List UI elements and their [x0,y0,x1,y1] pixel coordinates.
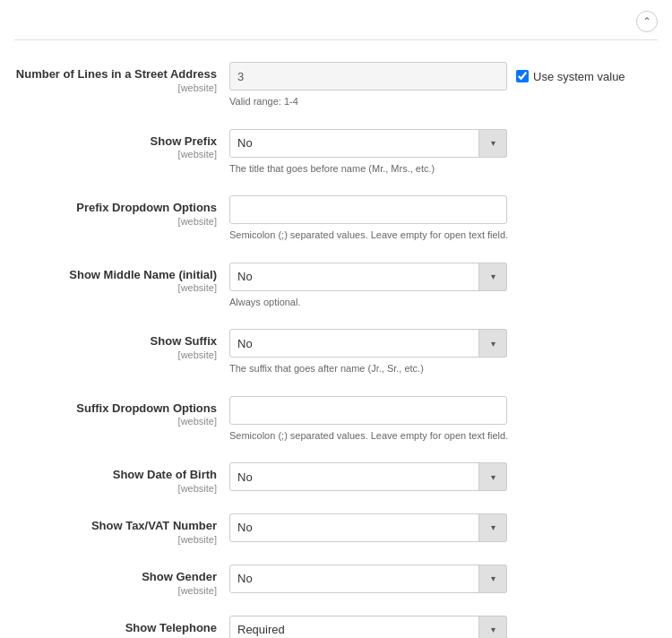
select-show_tax_vat[interactable]: NoYesOptionalRequired [229,513,507,542]
control-col-show_telephone: NoYesOptionalRequired▾ [229,616,658,638]
form-row-suffix_dropdown_options: Suffix Dropdown Options[website]Semicolo… [14,391,658,449]
row-inner-show_prefix: NoYesOptionalRequired▾ [229,129,658,158]
control-col-street_address_lines: Use system valueValid range: 1-4 [229,62,658,109]
field-label-street_address_lines: Number of Lines in a Street Address [14,67,217,82]
control-col-show_suffix: NoYesOptionalRequired▾The suffix that go… [229,329,658,376]
input-suffix_dropdown_options[interactable] [229,396,507,425]
label-col-show_tax_vat: Show Tax/VAT Number[website] [14,513,229,545]
field-sublabel-suffix_dropdown_options: [website] [14,416,217,427]
form-row-show_date_of_birth: Show Date of Birth[website]NoYesOptional… [14,457,658,499]
field-label-show_date_of_birth: Show Date of Birth [14,468,217,483]
row-inner-street_address_lines: Use system value [229,62,658,91]
control-col-suffix_dropdown_options: Semicolon (;) separated values. Leave em… [229,396,658,444]
use-system-value-text: Use system value [533,70,625,83]
field-label-show_prefix: Show Prefix [14,134,217,150]
control-col-show_tax_vat: NoYesOptionalRequired▾ [229,513,658,542]
form-row-show_gender: Show Gender[website]NoYesOptionalRequire… [14,559,658,601]
field-label-show_telephone: Show Telephone [14,621,217,636]
field-label-show_middle_name: Show Middle Name (initial) [14,268,217,283]
hint-show_prefix: The title that goes before name (Mr., Mr… [229,161,658,177]
label-col-show_middle_name: Show Middle Name (initial)[website] [14,263,229,294]
form-row-street_address_lines: Number of Lines in a Street Address[webs… [14,56,658,115]
control-col-show_date_of_birth: NoYesOptionalRequired▾ [229,462,658,491]
select-wrapper-show_date_of_birth: NoYesOptionalRequired▾ [229,462,507,491]
label-col-show_telephone: Show Telephone[website] [14,616,229,638]
input-street_address_lines [229,62,507,91]
field-sublabel-show_date_of_birth: [website] [14,483,217,494]
field-sublabel-show_tax_vat: [website] [14,534,217,545]
input-prefix_dropdown_options[interactable] [229,195,507,224]
select-wrapper-show_suffix: NoYesOptionalRequired▾ [229,329,507,358]
select-wrapper-show_telephone: NoYesOptionalRequired▾ [229,616,507,638]
label-col-suffix_dropdown_options: Suffix Dropdown Options[website] [14,396,229,427]
page-container: ⌃ Number of Lines in a Street Address[we… [0,0,672,638]
select-show_telephone[interactable]: NoYesOptionalRequired [229,616,507,638]
control-col-show_middle_name: NoYesOptionalRequired▾Always optional. [229,263,658,310]
page-header: ⌃ [14,11,658,40]
hint-show_suffix: The suffix that goes after name (Jr., Sr… [229,361,658,376]
chevron-up-icon: ⌃ [642,15,651,28]
field-sublabel-show_prefix: [website] [14,149,217,160]
control-col-show_gender: NoYesOptionalRequired▾ [229,565,658,593]
field-label-suffix_dropdown_options: Suffix Dropdown Options [14,401,217,417]
label-col-show_gender: Show Gender[website] [14,565,229,596]
form-row-show_middle_name: Show Middle Name (initial)[website]NoYes… [14,257,658,315]
field-sublabel-street_address_lines: [website] [14,82,217,93]
row-inner-show_tax_vat: NoYesOptionalRequired▾ [229,513,658,542]
form-row-show_telephone: Show Telephone[website]NoYesOptionalRequ… [14,610,658,638]
form-rows: Number of Lines in a Street Address[webs… [14,56,658,638]
form-row-show_tax_vat: Show Tax/VAT Number[website]NoYesOptiona… [14,508,658,550]
form-row-show_suffix: Show Suffix[website]NoYesOptionalRequire… [14,323,658,382]
field-sublabel-show_middle_name: [website] [14,282,217,293]
row-inner-show_telephone: NoYesOptionalRequired▾ [229,616,658,638]
select-wrapper-show_gender: NoYesOptionalRequired▾ [229,565,507,593]
field-sublabel-show_gender: [website] [14,585,217,596]
hint-street_address_lines: Valid range: 1-4 [229,94,658,109]
label-col-show_date_of_birth: Show Date of Birth[website] [14,462,229,494]
hint-prefix_dropdown_options: Semicolon (;) separated values. Leave em… [229,228,658,243]
form-row-show_prefix: Show Prefix[website]NoYesOptionalRequire… [14,124,658,182]
use-system-value-checkbox[interactable] [516,70,529,82]
label-col-show_prefix: Show Prefix[website] [14,129,229,160]
label-col-show_suffix: Show Suffix[website] [14,329,229,360]
select-wrapper-show_tax_vat: NoYesOptionalRequired▾ [229,513,507,542]
select-show_prefix[interactable]: NoYesOptionalRequired [229,129,507,158]
hint-show_middle_name: Always optional. [229,295,658,310]
field-label-show_tax_vat: Show Tax/VAT Number [14,519,217,534]
field-sublabel-prefix_dropdown_options: [website] [14,216,217,227]
label-col-street_address_lines: Number of Lines in a Street Address[webs… [14,62,229,93]
select-show_gender[interactable]: NoYesOptionalRequired [229,565,507,593]
row-inner-show_middle_name: NoYesOptionalRequired▾ [229,263,658,291]
label-col-prefix_dropdown_options: Prefix Dropdown Options[website] [14,195,229,227]
field-label-show_suffix: Show Suffix [14,334,217,349]
select-wrapper-show_middle_name: NoYesOptionalRequired▾ [229,263,507,291]
field-sublabel-show_suffix: [website] [14,349,217,360]
use-system-value-label[interactable]: Use system value [516,70,625,83]
control-col-show_prefix: NoYesOptionalRequired▾The title that goe… [229,129,658,177]
form-row-prefix_dropdown_options: Prefix Dropdown Options[website]Semicolo… [14,190,658,248]
select-show_date_of_birth[interactable]: NoYesOptionalRequired [229,462,507,491]
select-show_middle_name[interactable]: NoYesOptionalRequired [229,263,507,291]
select-show_suffix[interactable]: NoYesOptionalRequired [229,329,507,358]
row-inner-prefix_dropdown_options [229,195,658,224]
field-label-prefix_dropdown_options: Prefix Dropdown Options [14,201,217,216]
collapse-button[interactable]: ⌃ [636,11,658,32]
field-label-show_gender: Show Gender [14,570,217,585]
row-inner-suffix_dropdown_options [229,396,658,425]
row-inner-show_gender: NoYesOptionalRequired▾ [229,565,658,593]
control-col-prefix_dropdown_options: Semicolon (;) separated values. Leave em… [229,195,658,243]
hint-suffix_dropdown_options: Semicolon (;) separated values. Leave em… [229,428,658,444]
row-inner-show_date_of_birth: NoYesOptionalRequired▾ [229,462,658,491]
row-inner-show_suffix: NoYesOptionalRequired▾ [229,329,658,358]
select-wrapper-show_prefix: NoYesOptionalRequired▾ [229,129,507,158]
